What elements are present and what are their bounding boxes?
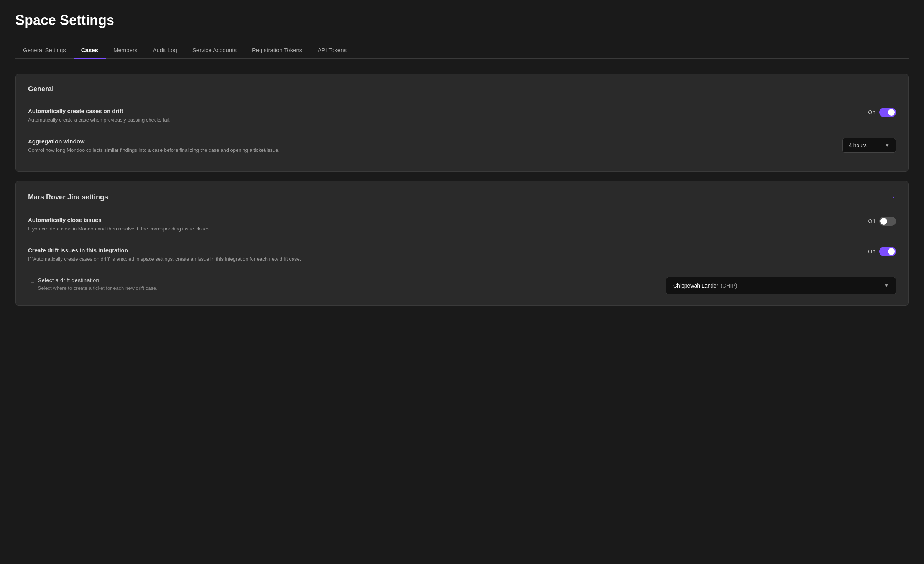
aggregation-window-description: Control how long Mondoo collects similar… <box>28 146 827 154</box>
drift-destination-code: (CHIP) <box>721 283 737 289</box>
auto-close-issues-description: If you create a case in Mondoo and then … <box>28 225 853 233</box>
drift-dropdown-text: Chippewah Lander (CHIP) <box>673 283 737 289</box>
aggregation-window-value: 4 hours <box>849 142 867 148</box>
auto-close-issues-knob <box>880 218 887 225</box>
auto-create-cases-row: Automatically create cases on drift Auto… <box>28 101 896 131</box>
tab-registration-tokens[interactable]: Registration Tokens <box>244 42 310 59</box>
auto-close-issues-info: Automatically close issues If you create… <box>28 217 868 233</box>
tab-api-tokens[interactable]: API Tokens <box>310 42 354 59</box>
create-drift-issues-description: If 'Automatically create cases on drift'… <box>28 255 853 263</box>
jira-section: Mars Rover Jira settings → Automatically… <box>15 181 909 306</box>
drift-destination-description: Select where to create a ticket for each… <box>38 285 651 291</box>
general-section-title: General <box>28 85 54 93</box>
tab-members[interactable]: Members <box>106 42 145 59</box>
auto-close-issues-toggle-label: Off <box>868 218 875 224</box>
drift-destination-label: Select a drift destination <box>38 277 651 283</box>
general-section-header: General <box>28 85 896 93</box>
page-title: Space Settings <box>15 12 909 28</box>
dropdown-arrow-icon: ▼ <box>885 143 889 148</box>
create-drift-issues-info: Create drift issues in this integration … <box>28 247 868 263</box>
create-drift-issues-knob <box>888 248 895 255</box>
create-drift-issues-toggle-label: On <box>868 248 875 255</box>
drift-destination-info: └ Select a drift destination Select wher… <box>28 277 651 291</box>
auto-create-cases-label: Automatically create cases on drift <box>28 108 853 114</box>
general-section: General Automatically create cases on dr… <box>15 74 909 172</box>
aggregation-window-row: Aggregation window Control how long Mond… <box>28 131 896 161</box>
tab-audit-log[interactable]: Audit Log <box>145 42 184 59</box>
auto-create-cases-toggle-label: On <box>868 109 875 115</box>
tab-service-accounts[interactable]: Service Accounts <box>185 42 244 59</box>
auto-close-issues-row: Automatically close issues If you create… <box>28 210 896 240</box>
create-drift-issues-row: Create drift issues in this integration … <box>28 240 896 270</box>
drift-dropdown-arrow-icon: ▼ <box>884 283 889 288</box>
drift-destination-row: └ Select a drift destination Select wher… <box>28 270 896 294</box>
drift-destination-text: Select a drift destination Select where … <box>38 277 651 291</box>
auto-create-cases-knob <box>888 109 895 116</box>
tab-cases[interactable]: Cases <box>74 42 106 59</box>
create-drift-issues-label: Create drift issues in this integration <box>28 247 853 253</box>
drift-destination-dropdown[interactable]: Chippewah Lander (CHIP) ▼ <box>666 277 896 294</box>
jira-section-arrow-icon[interactable]: → <box>888 192 896 202</box>
tabs-nav: General Settings Cases Members Audit Log… <box>15 42 909 59</box>
auto-create-cases-info: Automatically create cases on drift Auto… <box>28 108 868 124</box>
auto-create-cases-description: Automatically create a case when previou… <box>28 116 853 124</box>
aggregation-window-control: 4 hours ▼ <box>842 138 896 153</box>
tab-general-settings[interactable]: General Settings <box>15 42 74 59</box>
create-drift-issues-control: On <box>868 247 896 256</box>
auto-create-cases-control: On <box>868 108 896 117</box>
drift-destination-name: Chippewah Lander <box>673 283 718 289</box>
jira-section-title: Mars Rover Jira settings <box>28 193 108 201</box>
auto-close-issues-control: Off <box>868 217 896 226</box>
aggregation-window-info: Aggregation window Control how long Mond… <box>28 138 842 154</box>
auto-create-cases-toggle[interactable] <box>879 108 896 117</box>
auto-close-issues-toggle[interactable] <box>879 217 896 226</box>
corner-bracket-icon: └ <box>28 278 34 288</box>
aggregation-window-label: Aggregation window <box>28 138 827 145</box>
auto-close-issues-label: Automatically close issues <box>28 217 853 223</box>
auto-create-cases-slider <box>879 108 896 117</box>
create-drift-issues-slider <box>879 247 896 256</box>
jira-section-header: Mars Rover Jira settings → <box>28 192 896 202</box>
auto-close-issues-slider <box>879 217 896 226</box>
create-drift-issues-toggle[interactable] <box>879 247 896 256</box>
aggregation-window-dropdown[interactable]: 4 hours ▼ <box>842 138 896 153</box>
